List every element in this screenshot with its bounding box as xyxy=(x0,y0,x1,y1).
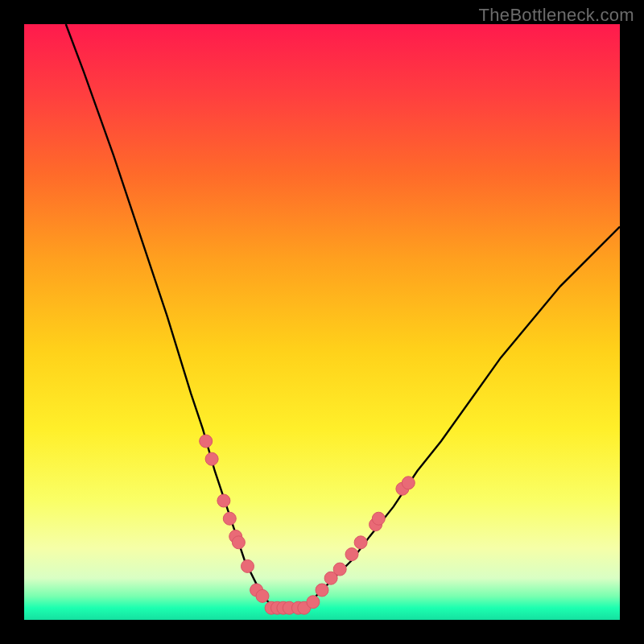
curve-marker xyxy=(223,512,236,525)
curve-marker xyxy=(232,536,245,549)
watermark-text: TheBottleneck.com xyxy=(479,5,634,26)
curve-marker xyxy=(333,563,346,576)
curve-marker xyxy=(200,435,213,448)
bottleneck-curve xyxy=(66,24,620,608)
curve-marker xyxy=(307,596,320,609)
chart-root: TheBottleneck.com xyxy=(0,0,644,644)
plot-area xyxy=(24,24,620,620)
curve-marker xyxy=(316,584,328,597)
curve-marker xyxy=(372,512,385,525)
curve-marker xyxy=(242,559,254,572)
curve-marker xyxy=(205,452,218,465)
curve-markers xyxy=(200,435,415,614)
curve-marker xyxy=(217,494,230,507)
curve-marker xyxy=(402,477,415,489)
curve-layer xyxy=(24,24,620,620)
curve-marker xyxy=(256,589,269,602)
curve-marker xyxy=(354,536,367,549)
curve-marker xyxy=(345,548,358,561)
